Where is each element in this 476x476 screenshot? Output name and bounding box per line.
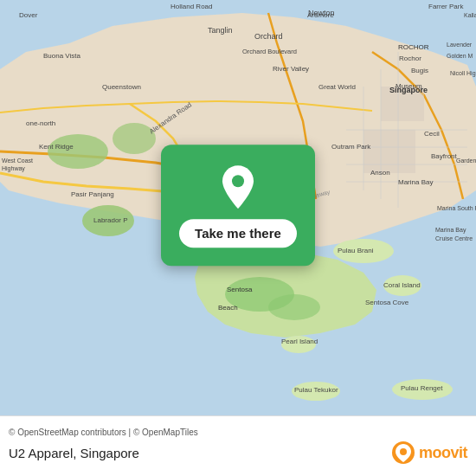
location-name: U2 Apparel, Singapore xyxy=(9,446,139,460)
svg-text:Pulau Tekukor: Pulau Tekukor xyxy=(294,386,338,394)
svg-text:one-north: one-north xyxy=(26,119,55,127)
svg-point-69 xyxy=(400,448,407,455)
svg-text:Sentosa: Sentosa xyxy=(227,286,253,293)
svg-text:Labrador P: Labrador P xyxy=(93,216,128,224)
svg-text:Buona Vista: Buona Vista xyxy=(43,52,81,60)
svg-text:Marina South P: Marina South P xyxy=(437,205,476,211)
svg-text:Holland Road: Holland Road xyxy=(170,3,212,10)
svg-text:Pulau Brani: Pulau Brani xyxy=(338,247,374,254)
svg-text:Lavender: Lavender xyxy=(447,42,473,48)
svg-text:Cecil: Cecil xyxy=(424,130,440,138)
svg-text:Kent Ridge: Kent Ridge xyxy=(39,143,74,151)
overlay-card[interactable]: Take me there xyxy=(161,145,315,266)
svg-text:Museum: Museum xyxy=(396,82,422,90)
svg-text:Coral Island: Coral Island xyxy=(383,281,421,289)
svg-text:Ardmore: Ardmore xyxy=(307,11,334,19)
map-container: Newton Orchard Tanglin Queenstown Buona … xyxy=(0,0,476,415)
svg-text:Pearl Island: Pearl Island xyxy=(281,338,318,345)
svg-text:Marina Bay: Marina Bay xyxy=(398,178,433,186)
svg-text:Bayfront: Bayfront xyxy=(431,152,458,160)
svg-point-5 xyxy=(268,294,320,320)
svg-text:Rochor: Rochor xyxy=(399,55,421,62)
take-me-there-button[interactable]: Take me there xyxy=(179,219,297,248)
svg-text:Bugis: Bugis xyxy=(411,67,428,74)
svg-text:Beach: Beach xyxy=(218,304,238,312)
svg-text:Orchard Boulevard: Orchard Boulevard xyxy=(242,48,297,55)
svg-text:River Valley: River Valley xyxy=(273,65,309,73)
location-pin-icon xyxy=(217,164,259,212)
svg-text:Pulau Renget: Pulau Renget xyxy=(401,384,443,392)
svg-text:Golden M: Golden M xyxy=(447,53,473,59)
svg-text:Marina Bay: Marina Bay xyxy=(435,227,466,234)
svg-text:Kalla: Kalla xyxy=(464,12,476,18)
svg-text:Sentosa Cove: Sentosa Cove xyxy=(365,299,409,306)
svg-text:Dover: Dover xyxy=(19,11,38,19)
location-row: U2 Apparel, Singapore moovit xyxy=(9,441,467,465)
svg-text:West Coast: West Coast xyxy=(2,158,33,164)
moovit-logo[interactable]: moovit xyxy=(391,441,467,465)
svg-rect-11 xyxy=(363,130,415,173)
svg-text:Highway: Highway xyxy=(2,165,25,172)
svg-text:ROCHOR: ROCHOR xyxy=(398,43,429,51)
svg-text:Outram Park: Outram Park xyxy=(331,143,371,151)
svg-point-1 xyxy=(48,134,108,169)
moovit-icon xyxy=(391,441,415,465)
svg-text:Cruise Centre: Cruise Centre xyxy=(435,235,473,241)
svg-text:Pasir Panjang: Pasir Panjang xyxy=(71,190,114,198)
svg-text:Tanglin: Tanglin xyxy=(208,26,233,35)
bottom-bar: © OpenStreetMap contributors | © OpenMap… xyxy=(0,415,476,476)
svg-text:Nicoll Highw: Nicoll Highw xyxy=(450,70,476,77)
map-attribution: © OpenStreetMap contributors | © OpenMap… xyxy=(9,428,467,437)
svg-text:Great World: Great World xyxy=(318,83,356,91)
svg-text:Orchard: Orchard xyxy=(254,32,283,41)
svg-point-67 xyxy=(232,175,244,187)
svg-text:Farrer Park: Farrer Park xyxy=(428,3,464,10)
moovit-text: moovit xyxy=(419,444,467,462)
svg-text:Anson: Anson xyxy=(370,169,390,177)
svg-text:Queenstown: Queenstown xyxy=(102,83,141,91)
svg-text:Gardens: Gardens xyxy=(456,158,476,164)
